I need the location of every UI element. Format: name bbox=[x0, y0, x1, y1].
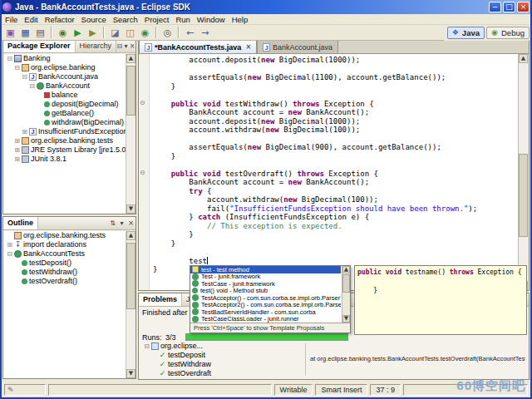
close-button[interactable]: × bbox=[517, 2, 530, 12]
java-perspective-button[interactable]: ❖Java bbox=[447, 27, 485, 39]
completion-item[interactable]: TestAcceptor2() - com.sun.corba.se.impl.… bbox=[190, 302, 341, 309]
menu-search[interactable]: Search bbox=[110, 15, 141, 24]
view-menu-icon[interactable]: ▾ bbox=[123, 42, 130, 50]
tree-item[interactable]: withdraw(BigDecimal) bbox=[3, 118, 126, 127]
view-tab-package-explorer[interactable]: Package Explorer bbox=[3, 40, 76, 52]
back-icon[interactable]: ← bbox=[183, 26, 197, 39]
debug-perspective-button[interactable]: ◉Debug bbox=[486, 27, 530, 39]
scroll-up-icon[interactable]: ▲ bbox=[342, 266, 350, 273]
completion-item[interactable]: TestBadServerIdHandler - com.sun.corba bbox=[190, 308, 341, 316]
new-java-project-icon[interactable]: ◪ bbox=[108, 26, 122, 39]
collapse-handle[interactable]: ⊟ bbox=[28, 81, 36, 91]
completion-item[interactable]: test() void - Method stub bbox=[190, 288, 341, 295]
package-explorer-tree[interactable]: ⊟Banking⊟org.eclipse.banking⊟JBankAccoun… bbox=[3, 54, 126, 214]
view-tab-outline[interactable]: Outline bbox=[3, 217, 38, 229]
tree-item[interactable]: deposit(BigDecimal) bbox=[3, 100, 126, 109]
scroll-thumb[interactable] bbox=[342, 274, 350, 293]
tree-item[interactable]: ⊟BankAccount bbox=[3, 81, 126, 91]
maximize-button[interactable]: □ bbox=[503, 2, 515, 12]
close-icon[interactable]: × bbox=[126, 219, 135, 227]
tree-item[interactable]: ⊞JUnit 3.8.1 bbox=[3, 155, 126, 164]
forward-icon[interactable]: → bbox=[198, 26, 212, 39]
new-class-icon[interactable]: ◉ bbox=[138, 26, 152, 39]
menu-source[interactable]: Source bbox=[78, 15, 110, 24]
sort-icon[interactable]: ⇅ bbox=[108, 219, 117, 227]
expand-handle[interactable]: ⊞ bbox=[6, 240, 13, 249]
print-icon[interactable]: ▤ bbox=[33, 26, 47, 39]
tree-item[interactable]: ⊟org.eclipse.banking bbox=[3, 63, 126, 72]
tree-item[interactable]: ⊞org.eclipse.banking.tests bbox=[3, 136, 126, 145]
editor-tab[interactable]: J*BankAccountTests.java× bbox=[139, 40, 257, 53]
tree-item[interactable]: getBalance() bbox=[3, 109, 126, 118]
junit-trace-line[interactable]: at org.eclipse.banking.tests.BankAccount… bbox=[310, 355, 525, 362]
run-icon[interactable]: ▶ bbox=[71, 26, 85, 39]
completion-item[interactable]: TestCase - junit.framework bbox=[190, 280, 341, 288]
external-tools-icon[interactable]: ▶ bbox=[86, 26, 100, 39]
completion-item[interactable]: Test - junit.framework bbox=[190, 273, 341, 281]
expand-handle[interactable]: ⊞ bbox=[21, 127, 28, 136]
new-wizard-icon[interactable]: ▣ bbox=[3, 26, 17, 39]
collapse-all-icon[interactable]: ⊟ bbox=[116, 42, 123, 50]
menu-run[interactable]: Run bbox=[172, 15, 193, 24]
scroll-thumb[interactable] bbox=[126, 66, 135, 116]
code-editor[interactable]: ⊖⊖ account.deposit(new BigDecimal(1000))… bbox=[139, 54, 518, 290]
new-package-icon[interactable]: ◫ bbox=[123, 26, 137, 39]
tree-item[interactable]: ✓testOverdraft bbox=[140, 369, 303, 377]
tree-item[interactable]: balance bbox=[3, 91, 126, 100]
menu-project[interactable]: Project bbox=[141, 15, 173, 24]
tree-item[interactable]: org.eclipse.banking.tests bbox=[3, 231, 126, 240]
editor-scrollbar[interactable]: ▲ ▼ bbox=[518, 54, 529, 290]
junit-test-tree[interactable]: ⊟org.eclipse...✓testDeposit✓testWithdraw… bbox=[140, 342, 303, 377]
tree-item[interactable]: ⊞JInsufficientFundsException.java bbox=[3, 127, 126, 136]
package-explorer-scrollbar[interactable]: ▲ ▼ bbox=[126, 54, 135, 214]
completion-list[interactable]: test - test methodTest - junit.framework… bbox=[190, 266, 350, 323]
outline-tree[interactable]: org.eclipse.banking.tests⊞↧import declar… bbox=[3, 231, 126, 378]
scroll-thumb[interactable] bbox=[126, 243, 135, 309]
tree-item[interactable]: ⊟BankAccountTests bbox=[3, 249, 126, 259]
completion-item[interactable]: TestAcceptor() - com.sun.corba.se.impl.o… bbox=[190, 294, 341, 302]
collapse-handle[interactable]: ⊟ bbox=[143, 342, 150, 351]
save-icon[interactable]: ▦ bbox=[18, 26, 32, 39]
search-icon[interactable]: ◎ bbox=[160, 26, 175, 39]
completion-item[interactable]: TestCaseClassLoader - junit.runner bbox=[190, 316, 341, 323]
close-icon[interactable]: × bbox=[129, 42, 135, 50]
menu-edit[interactable]: Edit bbox=[21, 15, 41, 24]
fold-marker-icon[interactable]: ⊖ bbox=[140, 169, 149, 177]
tree-item[interactable]: testWithdraw() bbox=[3, 268, 126, 277]
expand-handle[interactable]: ⊞ bbox=[13, 136, 21, 145]
scroll-up-icon[interactable]: ▲ bbox=[126, 54, 135, 63]
menu-file[interactable]: File bbox=[2, 15, 21, 24]
scroll-down-icon[interactable]: ▼ bbox=[342, 315, 350, 323]
fold-marker-icon[interactable]: ⊖ bbox=[140, 99, 149, 107]
collapse-handle[interactable]: ⊟ bbox=[6, 249, 13, 259]
debug-icon[interactable]: ◉ bbox=[56, 26, 70, 39]
menu-refactor[interactable]: Refactor bbox=[42, 15, 78, 24]
outline-scrollbar[interactable]: ▲ ▼ bbox=[126, 231, 135, 378]
tree-item[interactable]: testDeposit() bbox=[3, 259, 126, 268]
scroll-up-icon[interactable]: ▲ bbox=[519, 54, 528, 63]
scroll-down-icon[interactable]: ▼ bbox=[126, 369, 135, 378]
collapse-handle[interactable]: ⊟ bbox=[21, 72, 28, 81]
tree-item[interactable]: ⊟org.eclipse... bbox=[140, 342, 303, 351]
expand-handle[interactable]: ⊞ bbox=[13, 145, 21, 155]
scroll-thumb[interactable] bbox=[519, 154, 528, 237]
scroll-up-icon[interactable]: ▲ bbox=[126, 231, 135, 240]
tree-item[interactable]: ⊞↧import declarations bbox=[3, 240, 126, 249]
tree-item[interactable]: ✓testDeposit bbox=[140, 351, 303, 360]
menu-window[interactable]: Window bbox=[194, 15, 229, 24]
collapse-handle[interactable]: ⊟ bbox=[13, 63, 21, 72]
close-tab-icon[interactable]: × bbox=[245, 43, 251, 51]
tree-item[interactable]: ⊟JBankAccount.java bbox=[3, 72, 126, 81]
view-tab-problems[interactable]: Problems bbox=[139, 293, 182, 306]
editor-tab[interactable]: JBankAccount.java bbox=[257, 40, 338, 53]
completion-scrollbar[interactable]: ▲ ▼ bbox=[342, 266, 350, 323]
tree-item[interactable]: ⊞JRE System Library [jre1.5.0_06] bbox=[3, 145, 126, 155]
tree-item[interactable]: ✓testWithdraw bbox=[140, 360, 303, 369]
scroll-down-icon[interactable]: ▼ bbox=[126, 204, 135, 214]
completion-item[interactable]: test - test method bbox=[190, 266, 341, 273]
minimize-button[interactable]: − bbox=[489, 2, 501, 12]
expand-handle[interactable]: ⊞ bbox=[13, 155, 21, 164]
view-menu-icon[interactable]: ▾ bbox=[117, 219, 126, 227]
collapse-handle[interactable]: ⊟ bbox=[6, 54, 13, 63]
tree-item[interactable]: testOverdraft() bbox=[3, 277, 126, 286]
